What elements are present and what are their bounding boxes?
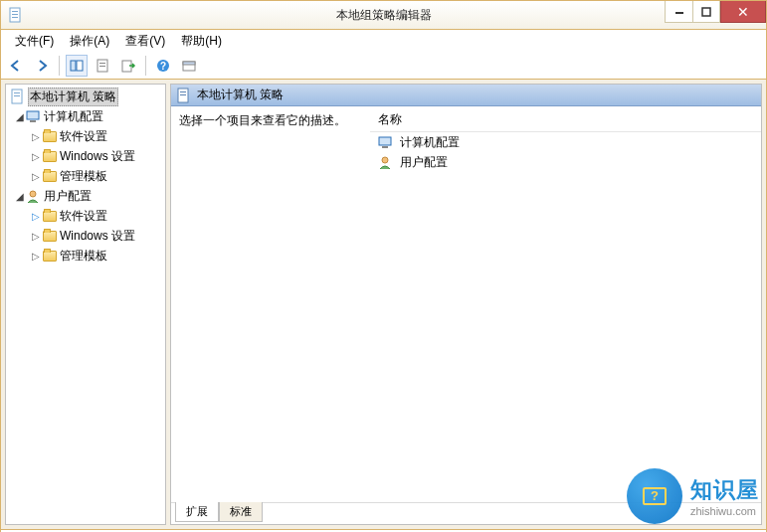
menu-bar: 文件(F) 操作(A) 查看(V) 帮助(H): [0, 30, 767, 52]
tree-windows-settings[interactable]: ▷ Windows 设置: [6, 226, 165, 246]
menu-view[interactable]: 查看(V): [117, 31, 173, 52]
folder-icon: [42, 208, 58, 224]
details-header-title: 本地计算机 策略: [197, 87, 284, 103]
tree-label: 软件设置: [60, 128, 107, 145]
svg-rect-17: [14, 92, 20, 93]
menu-file[interactable]: 文件(F): [7, 31, 62, 52]
svg-text:?: ?: [160, 61, 166, 72]
description-text: 选择一个项目来查看它的描述。: [179, 112, 362, 129]
svg-rect-4: [675, 12, 683, 14]
tree-label: Windows 设置: [60, 148, 135, 165]
tree-admin-templates[interactable]: ▷ 管理模板: [6, 166, 165, 186]
folder-icon: [42, 248, 58, 264]
tree-root-label: 本地计算机 策略: [28, 88, 118, 106]
expand-icon[interactable]: ▷: [30, 151, 42, 162]
policy-icon: [10, 89, 26, 104]
svg-rect-7: [77, 61, 83, 71]
close-button[interactable]: ✕: [720, 1, 766, 23]
list-item-label: 计算机配置: [400, 134, 460, 151]
svg-rect-10: [99, 66, 105, 67]
tab-extended[interactable]: 扩展: [175, 502, 219, 522]
expand-icon[interactable]: ▷: [30, 171, 42, 182]
svg-rect-23: [180, 91, 186, 92]
folder-icon: [42, 168, 58, 184]
user-icon: [26, 188, 42, 204]
user-icon: [378, 154, 394, 170]
expand-icon[interactable]: ▷: [30, 211, 42, 222]
tree-user-config[interactable]: ◢ 用户配置: [6, 186, 165, 206]
tree-label: Windows 设置: [60, 228, 135, 245]
tab-standard[interactable]: 标准: [219, 502, 263, 522]
folder-icon: [42, 148, 58, 164]
svg-rect-20: [30, 120, 36, 122]
svg-rect-18: [14, 95, 20, 96]
back-button[interactable]: [5, 55, 27, 77]
expand-icon[interactable]: ▷: [30, 251, 42, 262]
tree-software-settings[interactable]: ▷ 软件设置: [6, 206, 165, 226]
tree-windows-settings[interactable]: ▷ Windows 设置: [6, 146, 165, 166]
column-header-name[interactable]: 名称: [370, 108, 761, 132]
svg-rect-24: [180, 94, 186, 95]
tree-label: 软件设置: [60, 208, 107, 225]
svg-point-21: [30, 191, 36, 197]
folder-icon: [42, 128, 58, 144]
forward-button[interactable]: [31, 55, 53, 77]
tree-root[interactable]: 本地计算机 策略: [6, 87, 165, 106]
svg-rect-1: [12, 11, 18, 12]
minimize-button[interactable]: [665, 1, 692, 23]
expand-icon[interactable]: ▷: [30, 231, 42, 242]
bottom-tabs: 扩展 标准: [171, 502, 761, 524]
tree-panel[interactable]: 本地计算机 策略 ◢ 计算机配置 ▷ 软件设置 ▷ Windows 设置 ▷ 管…: [5, 84, 166, 525]
tree-label: 计算机配置: [44, 108, 103, 125]
toolbar-separator: [145, 56, 146, 76]
menu-help[interactable]: 帮助(H): [173, 31, 230, 52]
menu-action[interactable]: 操作(A): [62, 31, 117, 52]
list-item-label: 用户配置: [400, 154, 448, 171]
show-hide-tree-button[interactable]: [66, 55, 88, 77]
svg-rect-6: [71, 61, 76, 71]
window-controls: ✕: [665, 1, 766, 23]
svg-rect-19: [27, 111, 39, 119]
computer-icon: [378, 134, 394, 150]
toolbar-separator: [59, 56, 60, 76]
tree-computer-config[interactable]: ◢ 计算机配置: [6, 106, 165, 126]
expand-icon[interactable]: ◢: [14, 111, 26, 122]
expand-icon[interactable]: ▷: [30, 131, 42, 142]
details-header: 本地计算机 策略: [171, 85, 761, 106]
expand-icon[interactable]: ◢: [14, 191, 26, 202]
export-button[interactable]: [117, 55, 139, 77]
list-item-computer-config[interactable]: 计算机配置: [370, 132, 761, 152]
list-column: 名称 计算机配置 用户配置: [370, 106, 761, 502]
tree-admin-templates[interactable]: ▷ 管理模板: [6, 246, 165, 266]
tree-label: 管理模板: [60, 168, 107, 185]
svg-rect-9: [99, 63, 105, 64]
main-area: 本地计算机 策略 ◢ 计算机配置 ▷ 软件设置 ▷ Windows 设置 ▷ 管…: [0, 80, 767, 530]
toolbar: ?: [0, 52, 767, 80]
svg-rect-3: [12, 17, 18, 18]
tree-label: 管理模板: [60, 248, 107, 265]
title-bar: 本地组策略编辑器 ✕: [0, 0, 767, 30]
svg-rect-15: [183, 62, 195, 65]
svg-rect-25: [379, 137, 391, 145]
description-column: 选择一个项目来查看它的描述。: [171, 106, 370, 502]
folder-icon: [42, 228, 58, 244]
maximize-button[interactable]: [692, 1, 720, 23]
svg-rect-26: [382, 146, 388, 148]
window-title: 本地组策略编辑器: [336, 7, 432, 24]
svg-point-27: [382, 157, 388, 163]
list-item-user-config[interactable]: 用户配置: [370, 152, 761, 172]
details-panel: 本地计算机 策略 选择一个项目来查看它的描述。 名称 计算机配置 用户配置 扩展…: [170, 84, 762, 525]
tree-software-settings[interactable]: ▷ 软件设置: [6, 126, 165, 146]
filter-button[interactable]: [178, 55, 200, 77]
tree-label: 用户配置: [44, 188, 92, 205]
help-button[interactable]: ?: [152, 55, 174, 77]
app-icon: [9, 7, 23, 23]
policy-icon: [177, 88, 191, 103]
details-body: 选择一个项目来查看它的描述。 名称 计算机配置 用户配置: [171, 106, 761, 502]
svg-rect-2: [12, 14, 18, 15]
svg-rect-5: [702, 8, 710, 16]
computer-icon: [26, 108, 42, 124]
properties-button[interactable]: [92, 55, 113, 77]
